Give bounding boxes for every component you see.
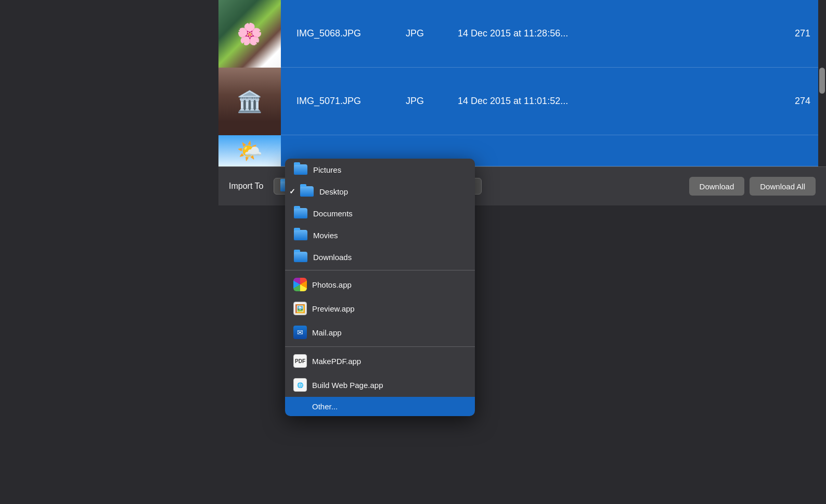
folder-icon xyxy=(300,186,314,197)
menu-item-label: Photos.app xyxy=(312,280,352,289)
file-type: JPG xyxy=(395,96,447,107)
buildwebpage-app-icon: 🌐 xyxy=(293,378,307,392)
folder-icon xyxy=(293,229,308,241)
menu-item-label: Preview.app xyxy=(312,304,355,313)
download-all-button[interactable]: Download All xyxy=(750,177,816,196)
menu-item-pictures[interactable]: Pictures xyxy=(285,159,475,180)
scrollbar-thumb[interactable] xyxy=(819,68,825,94)
folder-icon xyxy=(293,251,308,263)
menu-item-label: Documents xyxy=(313,209,353,218)
folder-icon xyxy=(293,208,308,219)
menu-item-preview-app[interactable]: Preview.app xyxy=(285,296,475,320)
makepdf-app-icon: PDF xyxy=(293,354,307,368)
menu-item-buildwebpage-app[interactable]: 🌐 Build Web Page.app xyxy=(285,373,475,397)
menu-item-label: Pictures xyxy=(313,165,341,174)
file-type: JPG xyxy=(395,28,447,39)
menu-item-downloads[interactable]: Downloads xyxy=(285,246,475,268)
table-row[interactable]: IMG_5068.JPG JPG 14 Dec 2015 at 11:28:56… xyxy=(218,0,826,68)
import-to-label: Import To xyxy=(229,182,263,191)
table-row[interactable]: IMG_5071.JPG JPG 14 Dec 2015 at 11:01:52… xyxy=(218,68,826,135)
menu-item-label: MakePDF.app xyxy=(312,357,361,366)
menu-item-label: Desktop xyxy=(319,187,348,196)
file-date: 14 Dec 2015 at 11:28:56... xyxy=(447,28,795,39)
menu-item-label: Build Web Page.app xyxy=(312,381,383,390)
menu-item-desktop[interactable]: ✓ Desktop xyxy=(285,180,475,202)
file-name: IMG_5071.JPG xyxy=(281,96,395,107)
download-button[interactable]: Download xyxy=(689,177,745,196)
import-destination-menu: Pictures ✓ Desktop Documents Movies Down… xyxy=(285,159,475,416)
menu-item-label: Movies xyxy=(313,231,338,240)
file-name: IMG_5068.JPG xyxy=(281,28,395,39)
menu-divider-2 xyxy=(285,346,475,347)
menu-item-photos-app[interactable]: Photos.app xyxy=(285,273,475,296)
file-thumbnail xyxy=(218,68,281,135)
preview-app-icon xyxy=(293,302,307,315)
photos-app-icon xyxy=(293,278,307,291)
menu-divider-1 xyxy=(285,270,475,270)
file-thumbnail xyxy=(218,135,281,166)
menu-item-label: Mail.app xyxy=(312,328,342,337)
menu-item-mail-app[interactable]: ✉ Mail.app xyxy=(285,320,475,344)
menu-item-other[interactable]: Other... xyxy=(285,397,475,416)
menu-item-movies[interactable]: Movies xyxy=(285,224,475,246)
mail-app-icon: ✉ xyxy=(293,326,307,339)
menu-item-label: Downloads xyxy=(313,253,352,262)
file-date: 14 Dec 2015 at 11:01:52... xyxy=(447,96,795,107)
folder-icon xyxy=(293,164,308,175)
menu-item-makepdf-app[interactable]: PDF MakePDF.app xyxy=(285,349,475,373)
menu-item-label: Other... xyxy=(293,402,338,411)
file-list-area: IMG_5068.JPG JPG 14 Dec 2015 at 11:28:56… xyxy=(218,0,826,166)
menu-item-documents[interactable]: Documents xyxy=(285,202,475,224)
scrollbar-track[interactable] xyxy=(818,0,826,166)
file-thumbnail xyxy=(218,0,281,68)
checkmark-icon: ✓ xyxy=(289,187,295,196)
